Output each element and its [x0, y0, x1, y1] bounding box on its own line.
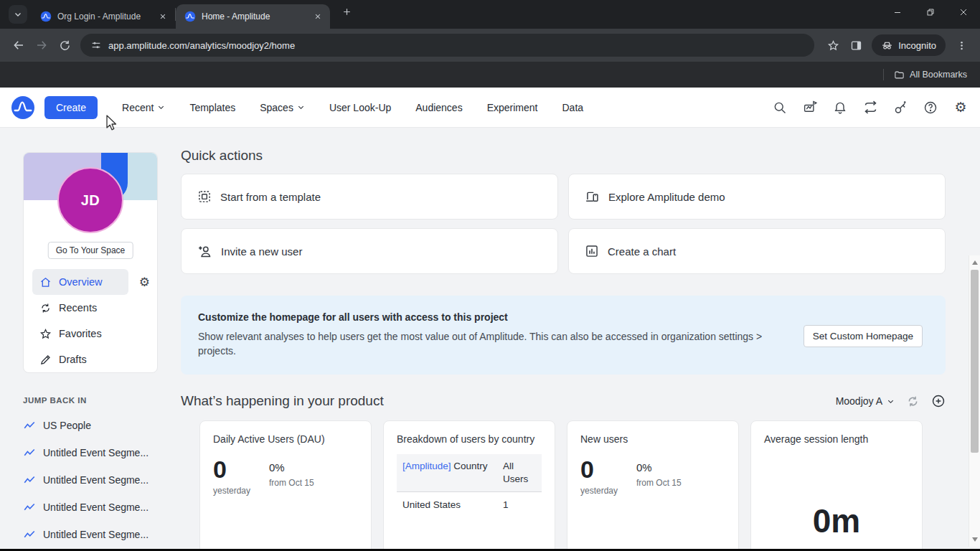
- jump-item-untitled-4[interactable]: Untitled Event Segme...: [23, 528, 166, 541]
- restore-button[interactable]: [914, 0, 947, 24]
- create-button[interactable]: Create: [44, 96, 98, 119]
- scrollbar-thumb[interactable]: [971, 270, 979, 453]
- new-users-card[interactable]: New users 0 yesterday 0% from Oct 15 2: [567, 420, 739, 549]
- nav-spaces[interactable]: Spaces: [260, 102, 305, 113]
- scroll-down-arrow[interactable]: [972, 537, 978, 542]
- country-breakdown-card[interactable]: Breakdown of users by country [Amplitude…: [383, 420, 555, 549]
- sidebar-item-drafts[interactable]: Drafts: [32, 347, 138, 372]
- avatar[interactable]: JD: [57, 167, 123, 233]
- chevron-down-icon: [14, 10, 22, 19]
- sidebar-menu: Overview ⚙ Recents Favorites Drafts: [24, 269, 157, 372]
- notifications-bell-icon[interactable]: [832, 100, 848, 116]
- pathfinder-arrows-icon[interactable]: [862, 100, 878, 116]
- nav-data[interactable]: Data: [562, 102, 583, 113]
- product-section-controls: Moodjoy A: [836, 394, 946, 408]
- invite-user-card[interactable]: Invite a new user: [181, 228, 558, 274]
- tab-title: Home - Amplitude: [202, 11, 306, 22]
- new-users-value: 0: [580, 457, 618, 481]
- tab-home[interactable]: Home - Amplitude: [176, 4, 330, 29]
- nav-experiment[interactable]: Experiment: [487, 102, 538, 113]
- sidebar-item-overview[interactable]: Overview ⚙: [32, 269, 128, 295]
- refresh-icon[interactable]: [906, 395, 920, 408]
- country-table: [Amplitude] Country All Users United Sta…: [397, 454, 542, 513]
- table-row: United States 1: [397, 492, 542, 514]
- reload-button[interactable]: [53, 34, 76, 57]
- dau-delta: 0%: [269, 461, 314, 474]
- bookmark-star-icon[interactable]: [821, 34, 844, 57]
- close-button[interactable]: [947, 0, 980, 24]
- sidebar-item-favorites[interactable]: Favorites: [32, 321, 138, 347]
- overview-settings-gear-icon[interactable]: ⚙: [139, 275, 150, 290]
- browser-toolbar: app.amplitude.com/analytics/moodjoy2/hom…: [0, 29, 980, 62]
- jump-back-in-section: JUMP BACK IN US People Untitled Event Se…: [23, 396, 166, 541]
- dau-value-caption: yesterday: [213, 486, 250, 496]
- settings-gear-icon[interactable]: ⚙: [953, 100, 969, 116]
- start-from-template-card[interactable]: Start from a template: [181, 174, 558, 220]
- incognito-badge[interactable]: Incognito: [872, 34, 946, 56]
- header-icons: ⚙: [772, 100, 969, 116]
- jump-item-us-people[interactable]: US People: [23, 419, 166, 432]
- jump-item-untitled-2[interactable]: Untitled Event Segme...: [23, 474, 166, 486]
- new-users-value-caption: yesterday: [580, 486, 618, 496]
- customize-homepage-banner: Customize the homepage for all users wit…: [181, 296, 946, 375]
- help-icon[interactable]: [923, 100, 938, 116]
- session-length-card[interactable]: Average session length 0m: [750, 420, 923, 549]
- recents-icon: [39, 302, 52, 314]
- dau-card[interactable]: Daily Active Users (DAU) 0 yesterday 0% …: [199, 420, 372, 549]
- tab-search-button[interactable]: [9, 5, 27, 24]
- jump-item-untitled-3[interactable]: Untitled Event Segme...: [23, 501, 166, 514]
- forward-button[interactable]: [30, 34, 53, 57]
- new-users-delta-caption: from Oct 15: [636, 478, 682, 488]
- line-chart-icon: [23, 419, 36, 432]
- go-to-your-space-button[interactable]: Go To Your Space: [48, 242, 133, 259]
- tab-strip: Org Login - Amplitude Home - Amplitude: [0, 0, 980, 29]
- chart-flag-icon[interactable]: [802, 100, 818, 116]
- page-scrollbar[interactable]: [969, 255, 980, 547]
- tab-close-icon[interactable]: [156, 10, 169, 23]
- add-card-icon[interactable]: [931, 394, 946, 408]
- main-column: Quick actions Start from a template Expl…: [181, 128, 946, 549]
- banner-body: Show relevant analyses to help users get…: [198, 329, 793, 358]
- explore-demo-card[interactable]: Explore Amplitude demo: [568, 174, 946, 220]
- sidebar-item-recents[interactable]: Recents: [32, 295, 138, 321]
- side-panel-icon[interactable]: [844, 34, 867, 57]
- users-col-header: All Users: [497, 454, 542, 492]
- jump-item-untitled-1[interactable]: Untitled Event Segme...: [23, 446, 166, 459]
- set-custom-homepage-button[interactable]: Set Custom Homepage: [804, 325, 923, 347]
- new-tab-button[interactable]: [337, 3, 356, 22]
- back-button[interactable]: [7, 34, 30, 57]
- all-bookmarks-button[interactable]: All Bookmarks: [894, 70, 967, 80]
- tab-close-icon[interactable]: [311, 10, 324, 23]
- scroll-up-arrow[interactable]: [972, 260, 978, 265]
- profile-card: JD Go To Your Space Overview ⚙ Recents F…: [23, 152, 158, 373]
- nav-user-lookup[interactable]: User Look-Up: [329, 102, 391, 113]
- bar-chart-icon: [585, 244, 599, 258]
- create-chart-card[interactable]: Create a chart: [568, 228, 946, 274]
- search-icon[interactable]: [772, 100, 788, 116]
- url-text[interactable]: app.amplitude.com/analytics/moodjoy2/hom…: [108, 40, 295, 51]
- nav-templates[interactable]: Templates: [189, 102, 235, 113]
- star-icon: [39, 328, 52, 340]
- line-chart-icon: [23, 446, 36, 459]
- dau-delta-caption: from Oct 15: [269, 478, 314, 488]
- add-user-icon: [197, 244, 212, 259]
- url-bar[interactable]: app.amplitude.com/analytics/moodjoy2/hom…: [80, 34, 814, 57]
- page-content: JD Go To Your Space Overview ⚙ Recents F…: [0, 128, 980, 549]
- metric-cards-row: Daily Active Users (DAU) 0 yesterday 0% …: [199, 420, 946, 549]
- tab-title: Org Login - Amplitude: [57, 11, 151, 22]
- product-section-header: What’s happening in your product Moodjoy…: [181, 393, 946, 409]
- minimize-button[interactable]: [881, 0, 914, 24]
- nav-audiences[interactable]: Audiences: [415, 102, 462, 113]
- site-info-icon[interactable]: [90, 39, 102, 51]
- home-icon: [39, 276, 52, 288]
- dau-value: 0: [213, 457, 250, 481]
- api-key-icon[interactable]: [892, 100, 908, 116]
- quick-actions-title: Quick actions: [181, 148, 946, 164]
- nav-recent[interactable]: Recent: [122, 102, 165, 113]
- tab-org-login[interactable]: Org Login - Amplitude: [32, 4, 175, 29]
- laptop-demo-icon: [585, 189, 600, 204]
- browser-menu-icon[interactable]: [950, 34, 973, 57]
- project-selector[interactable]: Moodjoy A: [836, 395, 895, 407]
- amplitude-logo[interactable]: [11, 96, 34, 119]
- new-users-title: New users: [580, 433, 725, 446]
